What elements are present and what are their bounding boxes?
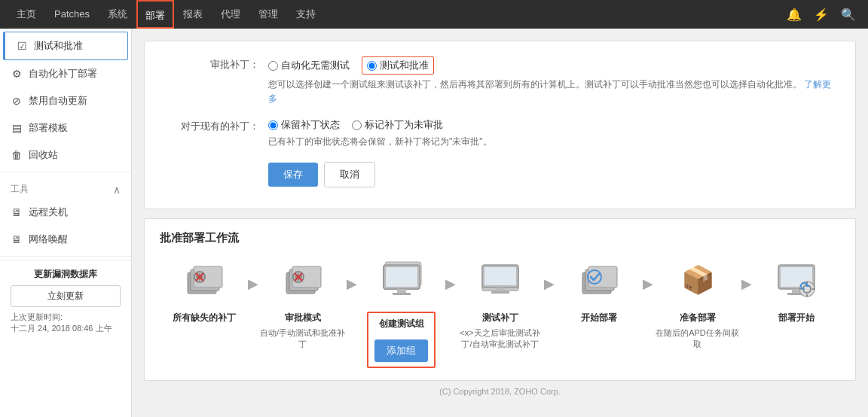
- sidebar-item-test-approve[interactable]: ☑ 测试和批准: [3, 32, 128, 60]
- prepare-deploy-icon: 📦: [674, 257, 722, 306]
- tools-collapse-icon[interactable]: ∧: [113, 184, 121, 196]
- update-time-value: 十二月 24, 2018 08:46 上午: [11, 323, 121, 334]
- approve-mode-icon: [279, 257, 327, 306]
- sidebar-item-wol-label: 网络唤醒: [29, 233, 68, 246]
- nav-item-home[interactable]: 主页: [8, 0, 45, 29]
- sidebar-item-disable-update-label: 禁用自动更新: [29, 94, 87, 108]
- svg-rect-33: [588, 266, 617, 288]
- prepare-deploy-label: 准备部署: [680, 312, 716, 324]
- footer: (C) Copyright 2018, ZOHO Corp.: [144, 381, 856, 402]
- save-button[interactable]: 保存: [268, 163, 318, 187]
- arrow-4: ▶: [544, 257, 555, 292]
- gear-icon: ⚙: [11, 68, 23, 80]
- step-test-patch: 测试补丁 <x>天之后审批测试补丁/自动审批测试补丁: [456, 257, 544, 351]
- option-keep-radio[interactable]: [268, 120, 278, 130]
- approve-patch-row: 审批补丁： 自动化无需测试 测试和批准 您可以选择创建一个测试组来测试该: [163, 56, 837, 106]
- deploy-start-label: 部署开始: [778, 312, 815, 324]
- svg-rect-29: [496, 288, 505, 291]
- nav-item-system[interactable]: 系统: [99, 0, 136, 29]
- arrow-6: ▶: [741, 257, 752, 292]
- footer-text: (C) Copyright 2018, ZOHO Corp.: [439, 387, 561, 396]
- tools-section-header: 工具 ∧: [0, 175, 131, 199]
- nav-item-patches[interactable]: Patches: [45, 0, 99, 29]
- sidebar-item-remote-shutdown-label: 远程关机: [29, 205, 68, 219]
- option-mark-label[interactable]: 标记补丁为未审批: [352, 118, 443, 132]
- existing-patch-row: 对于现有的补丁： 保留补丁状态 标记补丁为未审批 已有补丁的审批状态将会保留，新…: [163, 118, 837, 149]
- top-nav: 主页 Patches 系统 部署 报表 代理 管理 支持 🔔 ⚡ 🔍: [0, 0, 868, 29]
- workflow-steps: 所有缺失的补丁 ▶: [160, 257, 840, 368]
- option-keep-text: 保留补丁状态: [281, 118, 340, 132]
- sidebar-item-remote-shutdown[interactable]: 🖥 远程关机: [0, 199, 131, 226]
- test-patch-label: 测试补丁: [482, 312, 518, 324]
- step-deploy-start: 部署开始: [752, 257, 840, 327]
- existing-desc: 已有补丁的审批状态将会保留，新补丁将记为"未审批"。: [268, 135, 837, 149]
- main-content: 审批补丁： 自动化无需测试 测试和批准 您可以选择创建一个测试组来测试该: [132, 29, 868, 417]
- step-start-deploy: 开始部署: [555, 257, 643, 327]
- main-layout: ☑ 测试和批准 ⚙ 自动化补丁部署 ⊘ 禁用自动更新 ▤ 部署模板 🗑 回收站 …: [0, 29, 868, 417]
- template-icon: ▤: [11, 122, 23, 134]
- nav-item-report[interactable]: 报表: [174, 0, 212, 29]
- deploy-start-icon: [772, 257, 821, 306]
- approve-patch-control: 自动化无需测试 测试和批准 您可以选择创建一个测试组来测试该补丁，然后再将其部署…: [268, 56, 837, 106]
- existing-patch-control: 保留补丁状态 标记补丁为未审批 已有补丁的审批状态将会保留，新补丁将记为"未审批…: [268, 118, 837, 149]
- trash-icon: 🗑: [11, 149, 23, 161]
- nav-item-proxy[interactable]: 代理: [212, 0, 249, 29]
- add-group-button[interactable]: 添加组: [374, 339, 428, 362]
- workflow-card: 批准部署工作流: [144, 218, 856, 381]
- step-prepare-deploy: 📦 准备部署 在随后的APD任务间获取: [653, 257, 741, 351]
- arrow-1: ▶: [248, 257, 258, 292]
- arrow-5: ▶: [643, 257, 653, 292]
- existing-radio-group: 保留补丁状态 标记补丁为未审批: [268, 118, 837, 132]
- arrow-3: ▶: [445, 257, 456, 292]
- option-test-radio[interactable]: [367, 61, 377, 71]
- create-group-box: 创建测试组 添加组: [367, 312, 436, 368]
- approve-mode-sublabel: 自动/手动测试和批准补丁: [258, 327, 347, 351]
- option-mark-radio[interactable]: [352, 120, 362, 130]
- sidebar-item-wol[interactable]: 🖥 网络唤醒: [0, 226, 131, 253]
- option-mark-text: 标记补丁为未审批: [365, 118, 443, 132]
- search-icon[interactable]: 🔍: [836, 2, 860, 26]
- option-keep-label[interactable]: 保留补丁状态: [268, 118, 340, 132]
- approve-desc: 您可以选择创建一个测试组来测试该补丁，然后再将其部署到所有的计算机上。测试补丁可…: [268, 78, 837, 106]
- option-test-label[interactable]: 测试和批准: [362, 56, 434, 75]
- workflow-title: 批准部署工作流: [160, 231, 840, 245]
- nav-item-admin[interactable]: 管理: [249, 0, 287, 29]
- all-patches-label: 所有缺失的补丁: [173, 312, 236, 324]
- sidebar-item-disable-update[interactable]: ⊘ 禁用自动更新: [0, 87, 131, 114]
- sidebar-item-auto-deploy[interactable]: ⚙ 自动化补丁部署: [0, 60, 131, 87]
- all-patches-icon: [180, 257, 228, 306]
- svg-rect-24: [397, 289, 406, 293]
- approve-mode-label: 审批模式: [285, 312, 321, 324]
- svg-text:📦: 📦: [680, 263, 714, 296]
- update-vuln-title: 更新漏洞数据库: [11, 268, 121, 281]
- sidebar-item-recycle[interactable]: 🗑 回收站: [0, 142, 131, 169]
- remote-shutdown-icon: 🖥: [11, 206, 23, 218]
- prepare-deploy-sublabel: 在随后的APD任务间获取: [653, 327, 741, 351]
- form-buttons: 保存 取消: [163, 162, 837, 187]
- create-group-icon: [377, 257, 426, 306]
- test-patch-icon: [476, 257, 524, 306]
- update-time-section: 上次更新时间: 十二月 24, 2018 08:46 上午: [11, 312, 121, 334]
- start-deploy-label: 开始部署: [581, 312, 617, 324]
- lightning-icon[interactable]: ⚡: [809, 2, 833, 26]
- step-approve-mode: 审批模式 自动/手动测试和批准补丁: [258, 257, 347, 351]
- update-now-button[interactable]: 立刻更新: [11, 285, 121, 307]
- sidebar-item-deploy-template-label: 部署模板: [29, 121, 68, 135]
- cancel-button[interactable]: 取消: [324, 162, 375, 187]
- svg-rect-23: [386, 267, 417, 287]
- option-auto-text: 自动化无需测试: [281, 59, 350, 72]
- checkbox-icon: ☑: [16, 40, 28, 52]
- start-deploy-icon: [575, 257, 623, 306]
- sidebar-item-recycle-label: 回收站: [29, 148, 58, 162]
- update-time-label: 上次更新时间:: [11, 312, 121, 323]
- bell-icon[interactable]: 🔔: [782, 2, 806, 26]
- option-auto-radio[interactable]: [268, 61, 278, 71]
- step-create-group: 创建测试组 添加组: [357, 257, 445, 368]
- update-vuln-section: 更新漏洞数据库 立刻更新 上次更新时间: 十二月 24, 2018 08:46 …: [0, 260, 131, 342]
- existing-patch-label: 对于现有的补丁：: [163, 118, 268, 133]
- nav-item-support[interactable]: 支持: [287, 0, 325, 29]
- svg-rect-30: [491, 291, 509, 294]
- sidebar-item-deploy-template[interactable]: ▤ 部署模板: [0, 114, 131, 142]
- nav-item-deploy[interactable]: 部署: [136, 0, 174, 29]
- option-auto-label[interactable]: 自动化无需测试: [268, 59, 350, 72]
